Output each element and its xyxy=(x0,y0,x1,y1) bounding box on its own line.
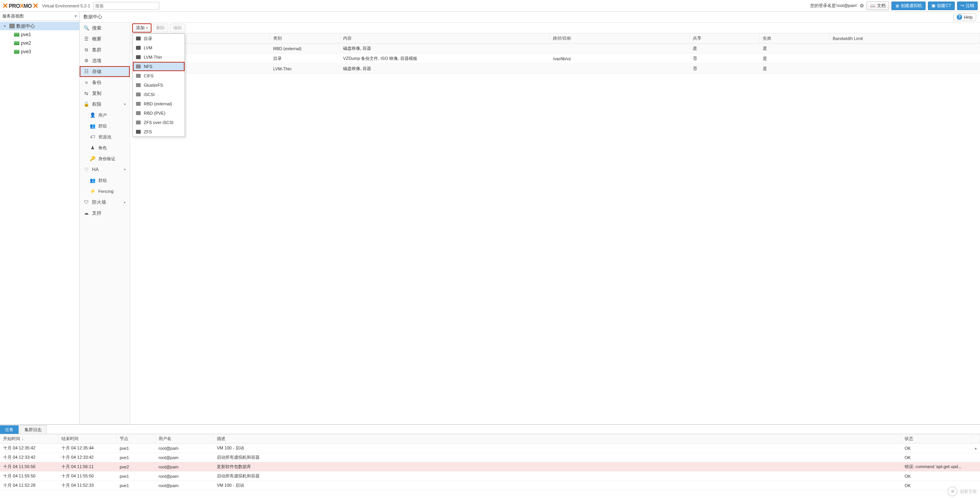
global-search-input[interactable] xyxy=(93,2,159,10)
logo-x-icon-2: ✕ xyxy=(33,2,38,10)
logo-text-x: X xyxy=(20,3,23,9)
create-vm-label: 创建虚拟机 xyxy=(901,3,922,9)
monitor-icon: 🖥 xyxy=(895,3,899,8)
docs-button[interactable]: 📖 文档 xyxy=(867,2,889,10)
logo-text-pro: PRO xyxy=(9,3,20,9)
logo-text-mo: MO xyxy=(23,3,32,9)
logo-x-icon: ✕ xyxy=(2,2,8,10)
version-label: Virtual Environment 5.2-1 xyxy=(42,3,90,8)
cube-icon: ▣ xyxy=(931,3,935,8)
create-ct-button[interactable]: ▣ 创建CT xyxy=(928,2,955,10)
create-ct-label: 创建CT xyxy=(937,3,951,9)
gear-icon[interactable]: ⚙ xyxy=(860,3,864,9)
logout-icon: ↪ xyxy=(961,3,964,8)
book-icon: 📖 xyxy=(870,3,875,8)
logout-label: 注销 xyxy=(966,3,974,9)
logout-button[interactable]: ↪ 注销 xyxy=(957,2,978,10)
login-status: 您的登录名是'root@pam' xyxy=(810,3,858,9)
create-vm-button[interactable]: 🖥 创建虚拟机 xyxy=(891,2,926,10)
topbar: ✕ PRO X MO ✕ Virtual Environment 5.2-1 您… xyxy=(0,0,980,12)
logo: ✕ PRO X MO ✕ xyxy=(2,2,39,10)
docs-label: 文档 xyxy=(877,3,886,9)
